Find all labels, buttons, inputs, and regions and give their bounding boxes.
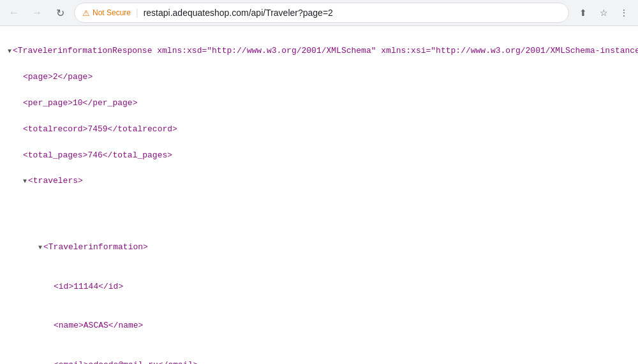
address-bar[interactable]: ⚠ Not Secure | restapi.adequateshop.com/… bbox=[74, 3, 569, 23]
page-line: <page>2</page> bbox=[8, 71, 630, 84]
travelers-collapse-arrow[interactable] bbox=[23, 178, 27, 185]
total-pages-line: <total_pages>746</total_pages> bbox=[8, 149, 630, 162]
bookmark-button[interactable]: ☆ bbox=[595, 4, 612, 22]
traveler-0-collapse-arrow[interactable] bbox=[38, 244, 42, 251]
reload-button[interactable]: ↻ bbox=[51, 4, 69, 22]
travelers-open-tag: <travelers> bbox=[28, 176, 83, 186]
travelers-open-line: <travelers> bbox=[8, 175, 630, 187]
per-page-line: <per_page>10</per_page> bbox=[8, 97, 630, 110]
bookmark-icon: ☆ bbox=[600, 8, 608, 18]
address-separator: | bbox=[136, 8, 138, 18]
browser-chrome: ← → ↻ ⚠ Not Secure | restapi.adequatesho… bbox=[0, 0, 638, 26]
warning-icon: ⚠ bbox=[82, 8, 90, 18]
traveler-0-name: <name>ASCAS</name> bbox=[8, 319, 630, 332]
traveler-0-email: <email>edoedo@mail.ru</email> bbox=[8, 359, 630, 364]
reload-icon: ↻ bbox=[56, 7, 64, 19]
traveler-0-name-tag: <name>ASCAS</name> bbox=[54, 321, 143, 330]
traveler-0-id: <id>11144</id> bbox=[8, 280, 630, 293]
forward-icon: → bbox=[32, 7, 42, 18]
xml-root-line: <TravelerinformationResponse xmlns:xsd="… bbox=[8, 45, 630, 57]
totalrecord-line: <totalrecord>7459</totalrecord> bbox=[8, 123, 630, 136]
traveler-0-email-tag: <email>edoedo@mail.ru</email> bbox=[54, 360, 198, 364]
page-tag: <page>2</page> bbox=[23, 72, 93, 82]
xml-content: <TravelerinformationResponse xmlns:xsd="… bbox=[0, 26, 638, 364]
back-button[interactable]: ← bbox=[5, 4, 23, 22]
address-text: restapi.adequateshop.com/api/Traveler?pa… bbox=[144, 8, 561, 18]
share-icon: ⬆ bbox=[579, 8, 587, 18]
address-actions: ⬆ ☆ ⋮ bbox=[574, 4, 633, 22]
totalrecord-tag: <totalrecord>7459</totalrecord> bbox=[23, 124, 177, 134]
security-label: Not Secure bbox=[93, 8, 131, 17]
root-open-tag: <TravelerinformationResponse xmlns:xsd="… bbox=[13, 46, 638, 55]
nav-bar: ← → ↻ ⚠ Not Secure | restapi.adequatesho… bbox=[0, 0, 638, 25]
traveler-0-id-tag: <id>11144</id> bbox=[54, 282, 123, 291]
traveler-0-open-tag: <Travelerinformation> bbox=[43, 242, 148, 252]
menu-button[interactable]: ⋮ bbox=[615, 4, 633, 22]
share-button[interactable]: ⬆ bbox=[574, 4, 592, 22]
total-pages-tag: <total_pages>746</total_pages> bbox=[23, 150, 172, 160]
menu-icon: ⋮ bbox=[619, 8, 628, 18]
forward-button[interactable]: → bbox=[28, 4, 46, 22]
traveler-0-open: <Travelerinformation> bbox=[8, 241, 630, 254]
security-warning: ⚠ Not Secure bbox=[82, 8, 131, 18]
root-collapse-arrow[interactable] bbox=[8, 48, 11, 55]
back-icon: ← bbox=[9, 7, 19, 18]
per-page-tag: <per_page>10</per_page> bbox=[23, 98, 137, 108]
